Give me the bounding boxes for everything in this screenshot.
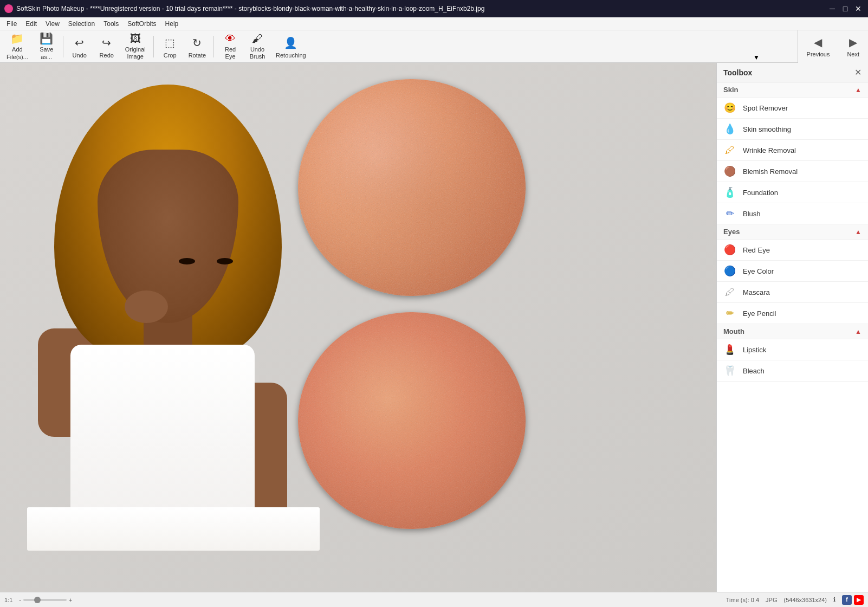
youtube-icon[interactable]: ▶ bbox=[854, 595, 864, 605]
menu-edit[interactable]: Edit bbox=[21, 19, 41, 29]
blemish-removal-icon: 🟤 bbox=[723, 165, 736, 178]
spot-remover-label: Spot Remover bbox=[743, 104, 788, 112]
rotate-icon: ↻ bbox=[189, 35, 206, 51]
menu-file[interactable]: File bbox=[2, 19, 21, 29]
zoom-circle-after bbox=[298, 312, 526, 529]
title-bar: SoftSkin Photo Makeup - ****Unregistered… bbox=[0, 0, 868, 17]
zoom-track[interactable] bbox=[23, 599, 67, 601]
social-icons: f ▶ bbox=[842, 595, 864, 605]
spot-remover-icon: 😊 bbox=[723, 101, 736, 114]
zoom-level: 1:1 bbox=[4, 597, 12, 603]
original-image-button[interactable]: 🖼 Original Image bbox=[121, 33, 150, 61]
minimize-button[interactable]: ─ bbox=[827, 3, 838, 14]
toolbox-header: Toolbox ✕ bbox=[717, 63, 868, 82]
separator-1 bbox=[63, 36, 63, 57]
mascara-label: Mascara bbox=[743, 288, 770, 296]
bleach-item[interactable]: 🦷 Bleach bbox=[717, 360, 868, 382]
svg-rect-1 bbox=[298, 312, 526, 529]
wrinkle-removal-item[interactable]: 🖊 Wrinkle Removal bbox=[717, 140, 868, 161]
eye-pencil-item[interactable]: ✏ Eye Pencil bbox=[717, 303, 868, 324]
zoom-circles-container bbox=[298, 79, 526, 529]
status-dimensions: (5446x3631x24) bbox=[783, 597, 827, 603]
eye-pencil-icon: ✏ bbox=[723, 307, 736, 320]
lipstick-label: Lipstick bbox=[743, 346, 766, 354]
canvas-area[interactable] bbox=[0, 63, 716, 592]
red-eye-label: Red Eye bbox=[743, 246, 770, 254]
add-files-label: Add File(s)... bbox=[7, 46, 28, 60]
undo-brush-label: Undo Brush bbox=[250, 46, 265, 60]
toolbox-close-button[interactable]: ✕ bbox=[854, 67, 861, 78]
status-format: JPG bbox=[766, 597, 777, 603]
save-as-label: Save as... bbox=[40, 46, 53, 60]
zoom-slider-area[interactable]: - + bbox=[19, 597, 72, 603]
eye-right bbox=[217, 258, 233, 264]
info-icon[interactable]: ℹ bbox=[833, 596, 835, 603]
red-eye-item[interactable]: 🔴 Red Eye bbox=[717, 240, 868, 261]
close-button[interactable]: ✕ bbox=[853, 3, 864, 14]
nav-area: ◀ Previous ▶ Next bbox=[798, 30, 868, 63]
save-as-icon: 💾 bbox=[38, 32, 55, 45]
eyes-section-header[interactable]: Eyes ▲ bbox=[717, 224, 868, 240]
foundation-label: Foundation bbox=[743, 189, 778, 197]
red-eye-button[interactable]: 👁 Red Eye bbox=[217, 33, 243, 61]
skin-smoothing-item[interactable]: 💧 Skin smoothing bbox=[717, 119, 868, 140]
mascara-icon: 🖊 bbox=[723, 286, 736, 299]
status-zoom: 1:1 bbox=[4, 597, 12, 603]
undo-button[interactable]: ↩ Undo bbox=[67, 33, 93, 61]
crop-label: Crop bbox=[164, 52, 177, 59]
facebook-icon[interactable]: f bbox=[842, 595, 852, 605]
rotate-button[interactable]: ↻ Rotate bbox=[184, 33, 210, 61]
undo-brush-icon: 🖌 bbox=[249, 33, 266, 45]
previous-arrow-icon: ◀ bbox=[814, 36, 822, 49]
retouching-icon: 👤 bbox=[282, 35, 300, 51]
eye-color-icon: 🔵 bbox=[723, 264, 736, 277]
blush-label: Blush bbox=[743, 210, 761, 218]
save-as-button[interactable]: 💾 Save as... bbox=[34, 33, 60, 61]
skin-texture-svg-1 bbox=[298, 79, 526, 296]
blush-icon: ✏ bbox=[723, 207, 736, 220]
maximize-button[interactable]: □ bbox=[840, 3, 851, 14]
mouth-section-header[interactable]: Mouth ▲ bbox=[717, 324, 868, 339]
toolbar-dropdown-arrow: ▼ bbox=[753, 54, 760, 61]
skin-section-arrow: ▲ bbox=[855, 86, 861, 94]
eye-pencil-label: Eye Pencil bbox=[743, 309, 776, 318]
woman-figure bbox=[38, 85, 309, 551]
spot-remover-item[interactable]: 😊 Spot Remover bbox=[717, 98, 868, 119]
foundation-item[interactable]: 🧴 Foundation bbox=[717, 182, 868, 203]
title-bar-controls[interactable]: ─ □ ✕ bbox=[827, 3, 864, 14]
eye-color-label: Eye Color bbox=[743, 267, 774, 275]
menu-view[interactable]: View bbox=[41, 19, 64, 29]
zoom-out-icon: - bbox=[19, 597, 21, 603]
menu-help[interactable]: Help bbox=[161, 19, 183, 29]
menu-tools[interactable]: Tools bbox=[99, 19, 123, 29]
add-files-button[interactable]: 📁 Add File(s)... bbox=[2, 33, 33, 61]
blemish-removal-item[interactable]: 🟤 Blemish Removal bbox=[717, 161, 868, 182]
foundation-icon: 🧴 bbox=[723, 186, 736, 199]
zoom-thumb[interactable] bbox=[34, 597, 41, 603]
status-right: Time (s): 0.4 JPG (5446x3631x24) ℹ f ▶ bbox=[726, 595, 864, 605]
redo-label: Redo bbox=[100, 52, 114, 59]
retouching-button[interactable]: 👤 Retouching bbox=[271, 33, 310, 61]
crop-button[interactable]: ⬚ Crop bbox=[157, 33, 183, 61]
previous-label: Previous bbox=[807, 51, 830, 57]
red-eye-icon: 👁 bbox=[222, 33, 239, 45]
next-button[interactable]: ▶ Next bbox=[838, 30, 868, 63]
eye-color-item[interactable]: 🔵 Eye Color bbox=[717, 261, 868, 282]
undo-label: Undo bbox=[73, 52, 87, 59]
mascara-item[interactable]: 🖊 Mascara bbox=[717, 282, 868, 303]
rotate-label: Rotate bbox=[189, 52, 206, 59]
previous-button[interactable]: ◀ Previous bbox=[798, 30, 839, 63]
bleach-label: Bleach bbox=[743, 367, 765, 375]
redo-button[interactable]: ↪ Redo bbox=[94, 33, 120, 61]
menu-selection[interactable]: Selection bbox=[64, 19, 99, 29]
undo-brush-button[interactable]: 🖌 Undo Brush bbox=[244, 33, 270, 61]
menu-softorbits[interactable]: SoftOrbits bbox=[123, 19, 160, 29]
undo-icon: ↩ bbox=[71, 35, 88, 51]
skin-section-header[interactable]: Skin ▲ bbox=[717, 82, 868, 98]
add-files-icon: 📁 bbox=[9, 32, 26, 45]
blush-item[interactable]: ✏ Blush bbox=[717, 203, 868, 224]
lipstick-item[interactable]: 💄 Lipstick bbox=[717, 339, 868, 360]
eyes-section-arrow: ▲ bbox=[855, 228, 861, 236]
skin-section-title: Skin bbox=[723, 86, 738, 94]
skin-smoothing-label: Skin smoothing bbox=[743, 125, 791, 133]
